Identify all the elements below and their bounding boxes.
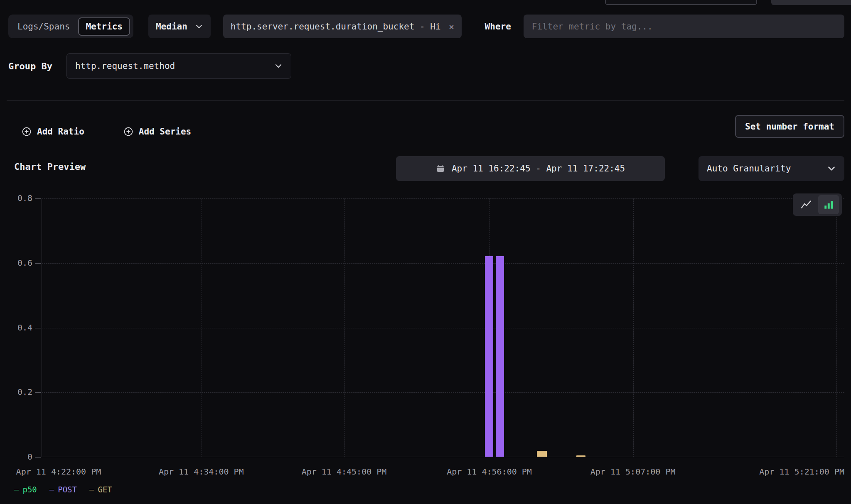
legend-item-GET[interactable]: —GET [89,485,112,494]
chevron-down-icon [195,22,203,31]
calendar-icon [436,164,445,173]
time-range-value: Apr 11 16:22:45 - Apr 11 17:22:45 [452,164,625,174]
group-by-row: Group By http.request.method [8,53,291,79]
line-chart-icon [800,199,812,210]
vertical-gridline [836,198,837,457]
y-tick-label: 0.2 [8,387,32,397]
x-tick-label: Apr 11 5:07:00 PM [590,467,676,477]
chart-preview: 00.20.40.60.8 Apr 11 4:22:00 PMApr 11 4:… [8,193,844,503]
horizontal-gridline [42,198,844,199]
x-tick-label: Apr 11 4:56:00 PM [447,467,532,477]
vertical-gridline [344,198,345,457]
bar-GET [537,451,547,457]
group-by-value: http.request.method [75,61,175,71]
where-label: Where [485,22,511,32]
granularity-dropdown[interactable]: Auto Granularity [699,156,844,181]
chevron-down-icon [827,164,836,173]
aggregation-value: Median [156,22,187,32]
query-row: Logs/Spans Metrics Median http.server.re… [8,15,844,38]
add-series-label: Add Series [139,127,191,137]
y-tick-label: 0 [8,452,32,462]
x-tick-label: Apr 11 4:22:00 PM [16,467,101,477]
horizontal-gridline [42,328,844,328]
horizontal-gridline [42,392,844,393]
legend-swatch: — [14,485,19,494]
y-tick-label: 0.6 [8,258,32,268]
bar-POST [485,256,493,457]
actions-row: Add Ratio Add Series [22,121,191,142]
chart-header: Chart Preview Apr 11 16:22:45 - Apr 11 1… [0,156,851,181]
x-tick-label: Apr 11 5:21:00 PM [759,467,844,477]
group-by-dropdown[interactable]: http.request.method [66,53,291,79]
bar-chart-icon [823,199,834,210]
filter-metric-input[interactable] [524,15,844,38]
metric-chip-label: http.server.request.duration_bucket - Hi [231,22,441,32]
y-tick-mark [35,392,41,393]
chevron-down-icon [274,62,283,70]
x-tick-label: Apr 11 4:45:00 PM [302,467,387,477]
section-divider [7,100,844,101]
close-icon[interactable]: ✕ [449,22,454,32]
aggregation-dropdown[interactable]: Median [148,15,211,38]
y-tick-mark [35,198,41,199]
line-chart-button[interactable] [796,195,817,214]
metrics-query-builder-page: Logs/Spans Metrics Median http.server.re… [0,0,851,504]
chart-preview-title: Chart Preview [14,161,86,172]
add-ratio-button[interactable]: Add Ratio [22,127,84,137]
source-toggle: Logs/Spans Metrics [8,15,133,38]
y-tick-mark [35,328,41,328]
legend-swatch: — [49,485,54,494]
vertical-gridline [633,198,634,457]
toggle-metrics[interactable]: Metrics [78,17,130,36]
add-series-button[interactable]: Add Series [123,127,191,137]
plus-circle-icon [22,127,32,137]
cutoff-top-button[interactable] [771,0,851,5]
cutoff-top-input[interactable] [605,0,757,5]
bar-GET [576,455,585,457]
group-by-label: Group By [8,61,52,71]
y-tick-label: 0.8 [8,193,32,203]
legend-label: p50 [22,485,37,494]
bar-chart-button[interactable] [818,195,839,214]
x-axis: Apr 11 4:22:00 PMApr 11 4:34:00 PMApr 11… [42,467,844,478]
legend-item-POST[interactable]: —POST [49,485,77,494]
y-tick-label: 0.4 [8,323,32,333]
legend-label: GET [98,485,112,494]
add-ratio-label: Add Ratio [37,127,84,137]
set-number-format-button[interactable]: Set number format [735,115,844,138]
chart-type-toggle [793,193,842,216]
x-tick-label: Apr 11 4:34:00 PM [159,467,244,477]
y-tick-mark [35,263,41,264]
metric-chip[interactable]: http.server.request.duration_bucket - Hi… [223,15,462,38]
chart-plot-area [42,198,844,457]
y-tick-mark [35,457,41,458]
plus-circle-icon [123,127,133,137]
vertical-gridline [202,198,202,457]
time-range-picker[interactable]: Apr 11 16:22:45 - Apr 11 17:22:45 [396,156,665,181]
toggle-logs-spans[interactable]: Logs/Spans [12,22,76,32]
bar-POST [496,256,504,457]
horizontal-gridline [42,263,844,264]
chart-legend: —p50—POST—GET [14,485,112,494]
set-number-format-label: Set number format [745,122,834,132]
granularity-value: Auto Granularity [707,164,791,174]
legend-swatch: — [89,485,94,494]
legend-item-p50[interactable]: —p50 [14,485,37,494]
legend-label: POST [58,485,77,494]
